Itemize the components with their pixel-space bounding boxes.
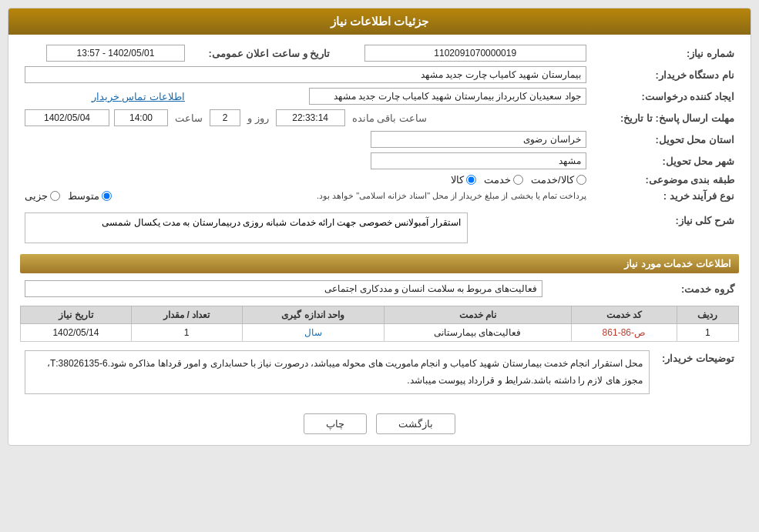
- reply-time-label: ساعت: [175, 112, 203, 124]
- col-count: تعداد / مقدار: [131, 306, 242, 324]
- page-header: جزئیات اطلاعات نیاز: [8, 8, 751, 35]
- process-note: پرداخت تمام یا بخشی از مبلغ خریدار از مح…: [123, 191, 586, 201]
- announce-datetime-label: تاریخ و ساعت اعلان عمومی:: [190, 42, 360, 64]
- reply-time-value: 14:00: [114, 109, 168, 126]
- reply-date-value: 1402/05/04: [25, 109, 109, 126]
- need-number-value: 1102091070000019: [364, 45, 586, 62]
- group-service-label: گروه خدمت:: [547, 278, 739, 299]
- reply-remaining-value: 22:33:14: [276, 109, 345, 126]
- col-name: نام خدمت: [384, 306, 571, 324]
- col-unit: واحد اندازه گیری: [242, 306, 384, 324]
- category-radio-khedmat[interactable]: خدمت: [484, 174, 523, 186]
- reply-deadline-label: مهلت ارسال پاسخ: تا تاریخ:: [591, 107, 739, 129]
- cell-code: ص-86-861: [571, 324, 677, 342]
- cell-date: 1402/05/14: [21, 324, 132, 342]
- buyer-notes-label: توضیحات خریدار:: [654, 348, 739, 401]
- print-button[interactable]: چاپ: [304, 413, 367, 434]
- buyer-notes-value: محل استقرار انجام خدمت بیمارستان شهید کا…: [25, 350, 650, 394]
- category-radio-group: کالا/خدمت خدمت کالا: [25, 174, 586, 186]
- buyer-org-value: بیمارستان شهید کامیاب چارت جدید مشهد: [25, 66, 586, 83]
- description-label: شرح کلی نیاز:: [472, 210, 739, 248]
- reply-remaining-label: ساعت باقی مانده: [352, 112, 427, 124]
- back-button[interactable]: بازگشت: [376, 413, 455, 434]
- page-title: جزئیات اطلاعات نیاز: [331, 15, 428, 28]
- group-service-table: گروه خدمت: فعالیت‌های مربوط به سلامت انس…: [20, 278, 739, 299]
- description-textarea[interactable]: [25, 212, 468, 243]
- announce-datetime-value: 1402/05/01 - 13:57: [46, 45, 185, 62]
- creator-label: ایجاد کننده درخواست:: [591, 85, 739, 107]
- cell-row: 1: [677, 324, 738, 342]
- group-service-value: فعالیت‌های مربوط به سلامت انسان و مددکار…: [25, 280, 542, 297]
- process-radio-jozi[interactable]: جزیی: [25, 190, 60, 202]
- table-row: 1 ص-86-861 فعالیت‌های بیمارستانی سال 1 1…: [21, 324, 739, 342]
- province-value: خراسان رضوی: [371, 131, 586, 148]
- process-radio-group: متوسط جزیی: [25, 190, 112, 202]
- service-section-header: اطلاعات خدمات مورد نیاز: [20, 254, 739, 273]
- buyer-notes-table: توضیحات خریدار: محل استقرار انجام خدمت ب…: [20, 348, 739, 401]
- process-radio-mutavsat[interactable]: متوسط: [68, 190, 112, 202]
- col-date: تاریخ نیاز: [21, 306, 132, 324]
- info-table: شماره نیاز: 1102091070000019 تاریخ و ساع…: [20, 42, 739, 204]
- need-number-label: شماره نیاز:: [591, 42, 739, 64]
- city-value: مشهد: [371, 152, 586, 169]
- city-label: شهر محل تحویل:: [591, 150, 739, 172]
- reply-days-value: 2: [210, 109, 240, 126]
- services-table: ردیف کد خدمت نام خدمت واحد اندازه گیری ت…: [20, 306, 739, 342]
- buyer-org-label: نام دستگاه خریدار:: [591, 64, 739, 85]
- col-row: ردیف: [677, 306, 738, 324]
- category-radio-kala-khedmat[interactable]: کالا/خدمت: [531, 174, 586, 186]
- cell-unit: سال: [242, 324, 384, 342]
- reply-days-label: روز و: [247, 112, 269, 124]
- category-radio-kala[interactable]: کالا: [451, 174, 476, 186]
- col-code: کد خدمت: [571, 306, 677, 324]
- contact-info-link[interactable]: اطلاعات تماس خریدار: [92, 91, 185, 102]
- cell-name: فعالیت‌های بیمارستانی: [384, 324, 571, 342]
- creator-value: جواد سعیدیان کاربرداز بیمارستان شهید کام…: [309, 88, 586, 105]
- province-label: استان محل تحویل:: [591, 129, 739, 150]
- process-label: نوع فرآیند خرید :: [591, 188, 739, 204]
- category-label: طبقه بندی موضوعی:: [591, 172, 739, 188]
- button-row: بازگشت چاپ: [20, 407, 739, 437]
- cell-count: 1: [131, 324, 242, 342]
- description-table: شرح کلی نیاز:: [20, 210, 739, 248]
